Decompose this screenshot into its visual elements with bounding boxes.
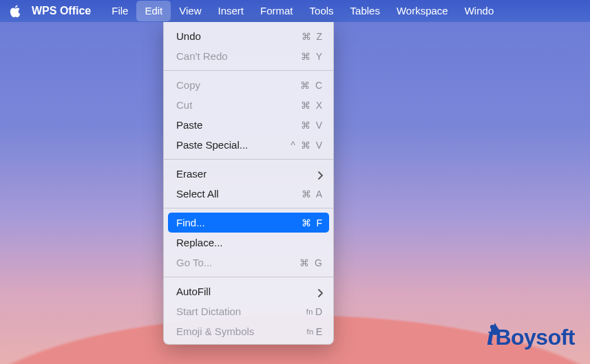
menu-item-shortcut: ⌘ F	[302, 217, 324, 228]
menu-item-shortcut: ⌘ Z	[302, 31, 324, 42]
chevron-right-icon	[318, 170, 324, 178]
menu-item-label: Can't Redo	[176, 50, 301, 62]
watermark-rest: Boysoft	[495, 325, 575, 350]
menu-tools[interactable]: Tools	[302, 1, 342, 21]
menu-item-label: Emoji & Symbols	[176, 325, 306, 337]
edit-menu-dropdown: Undo⌘ ZCan't Redo⌘ YCopy⌘ CCut⌘ XPaste⌘ …	[163, 22, 334, 345]
menu-item-label: Cut	[176, 99, 301, 111]
menu-item-label: Paste	[176, 119, 301, 131]
menu-item-label: Paste Special...	[176, 139, 291, 151]
menu-item-can-t-redo: Can't Redo⌘ Y	[164, 46, 333, 66]
apple-logo-icon[interactable]	[10, 4, 23, 18]
menu-file[interactable]: File	[103, 1, 136, 21]
menu-workspace[interactable]: Workspace	[388, 1, 456, 21]
menu-format[interactable]: Format	[252, 1, 302, 21]
menu-item-shortcut: ⌘ V	[301, 120, 324, 131]
menu-item-label: AutoFill	[176, 286, 318, 297]
desktop-screen: WPS Office FileEditViewInsertFormatTools…	[0, 0, 590, 364]
menu-item-go-to: Go To...⌘ G	[164, 253, 333, 272]
menu-item-paste[interactable]: Paste⌘ V	[164, 115, 333, 135]
menu-item-shortcut: fnE	[306, 326, 324, 337]
menu-item-label: Select All	[176, 188, 302, 200]
water-drop-icon	[491, 309, 499, 321]
menu-item-label: Eraser	[176, 168, 318, 180]
menu-item-copy: Copy⌘ C	[164, 75, 333, 95]
watermark-logo: i Boysoft	[487, 319, 575, 352]
menu-item-shortcut: ^ ⌘ V	[291, 140, 324, 151]
menu-item-label: Go To...	[176, 257, 299, 268]
menu-insert[interactable]: Insert	[210, 1, 253, 21]
watermark-letter-i: i	[487, 319, 495, 352]
menu-separator	[164, 70, 333, 71]
menu-item-autofill[interactable]: AutoFill	[164, 281, 333, 301]
menu-item-shortcut: ⌘ G	[299, 257, 324, 268]
menu-item-find[interactable]: Find...⌘ F	[168, 213, 329, 233]
app-name[interactable]: WPS Office	[32, 5, 91, 17]
menubar: WPS Office FileEditViewInsertFormatTools…	[0, 0, 590, 22]
menu-item-shortcut: ⌘ A	[302, 189, 324, 200]
chevron-right-icon	[318, 288, 324, 296]
menu-item-shortcut: ⌘ Y	[301, 51, 324, 62]
menu-item-cut: Cut⌘ X	[164, 95, 333, 115]
menu-edit[interactable]: Edit	[136, 1, 171, 21]
menu-separator	[164, 208, 333, 208]
menu-separator	[164, 277, 333, 277]
menu-view[interactable]: View	[171, 1, 209, 21]
menu-separator	[164, 159, 333, 160]
menu-item-shortcut: fnD	[306, 306, 324, 317]
menu-item-label: Copy	[176, 79, 300, 91]
menu-item-paste-special[interactable]: Paste Special...^ ⌘ V	[164, 135, 333, 155]
menu-item-emoji-symbols: Emoji & SymbolsfnE	[164, 321, 333, 341]
menu-item-shortcut: ⌘ C	[300, 80, 324, 91]
menu-item-select-all[interactable]: Select All⌘ A	[164, 184, 333, 204]
menu-item-eraser[interactable]: Eraser	[164, 164, 333, 184]
menu-item-shortcut: ⌘ X	[301, 100, 324, 111]
menu-item-label: Start Dictation	[176, 306, 306, 317]
menu-item-replace[interactable]: Replace...	[164, 233, 333, 253]
menu-item-start-dictation: Start DictationfnD	[164, 301, 333, 321]
menu-item-label: Undo	[176, 30, 302, 42]
menu-item-undo[interactable]: Undo⌘ Z	[164, 26, 333, 46]
menu-tables[interactable]: Tables	[342, 1, 388, 21]
menu-item-label: Replace...	[176, 237, 324, 248]
menu-windo[interactable]: Windo	[456, 1, 503, 21]
menu-item-label: Find...	[176, 217, 302, 228]
